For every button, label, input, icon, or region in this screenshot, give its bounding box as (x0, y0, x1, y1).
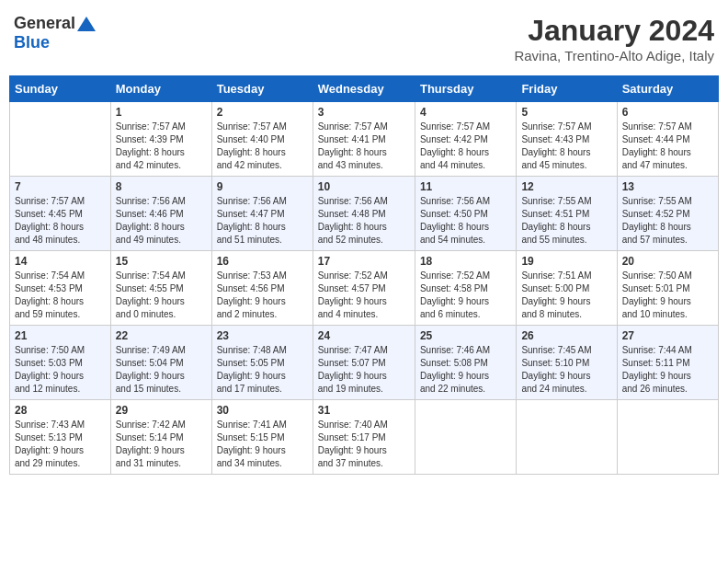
day-number: 12 (521, 180, 611, 193)
calendar-day-cell: 11Sunrise: 7:56 AMSunset: 4:50 PMDayligh… (415, 177, 516, 251)
day-number: 19 (521, 255, 611, 268)
day-number: 18 (420, 255, 511, 268)
day-info: Sunrise: 7:53 AMSunset: 4:56 PMDaylight:… (217, 270, 308, 321)
calendar-day-cell: 20Sunrise: 7:50 AMSunset: 5:01 PMDayligh… (617, 251, 718, 326)
weekday-header-wednesday: Wednesday (313, 76, 415, 102)
day-info: Sunrise: 7:50 AMSunset: 5:03 PMDaylight:… (15, 344, 106, 396)
day-info: Sunrise: 7:57 AMSunset: 4:42 PMDaylight:… (420, 121, 511, 172)
location-subtitle: Ravina, Trentino-Alto Adige, Italy (514, 48, 714, 63)
calendar-day-cell: 5Sunrise: 7:57 AMSunset: 4:43 PMDaylight… (517, 102, 617, 177)
weekday-header-tuesday: Tuesday (211, 76, 313, 102)
calendar-day-cell: 31Sunrise: 7:40 AMSunset: 5:17 PMDayligh… (313, 400, 415, 475)
day-number: 27 (622, 329, 713, 342)
empty-calendar-cell (415, 400, 516, 475)
calendar-day-cell: 16Sunrise: 7:53 AMSunset: 4:56 PMDayligh… (211, 251, 313, 326)
calendar-day-cell: 14Sunrise: 7:54 AMSunset: 4:53 PMDayligh… (10, 251, 111, 326)
calendar-day-cell: 30Sunrise: 7:41 AMSunset: 5:15 PMDayligh… (211, 400, 313, 475)
weekday-header-saturday: Saturday (617, 76, 718, 102)
calendar-week-row: 7Sunrise: 7:57 AMSunset: 4:45 PMDaylight… (10, 177, 719, 251)
weekday-header-monday: Monday (110, 76, 211, 102)
day-info: Sunrise: 7:47 AMSunset: 5:07 PMDaylight:… (318, 344, 410, 396)
day-info: Sunrise: 7:56 AMSunset: 4:50 PMDaylight:… (420, 195, 511, 247)
day-number: 13 (622, 180, 713, 193)
day-info: Sunrise: 7:40 AMSunset: 5:17 PMDaylight:… (318, 419, 410, 470)
calendar-day-cell: 17Sunrise: 7:52 AMSunset: 4:57 PMDayligh… (313, 251, 415, 326)
day-number: 4 (420, 106, 511, 119)
calendar-day-cell: 8Sunrise: 7:56 AMSunset: 4:46 PMDaylight… (110, 177, 211, 251)
day-info: Sunrise: 7:52 AMSunset: 4:58 PMDaylight:… (420, 270, 511, 321)
day-number: 25 (420, 329, 511, 342)
calendar-day-cell: 27Sunrise: 7:44 AMSunset: 5:11 PMDayligh… (617, 326, 718, 400)
calendar-day-cell: 24Sunrise: 7:47 AMSunset: 5:07 PMDayligh… (313, 326, 415, 400)
day-number: 21 (15, 329, 106, 342)
day-number: 22 (116, 329, 207, 342)
weekday-header-sunday: Sunday (10, 76, 111, 102)
calendar-day-cell: 15Sunrise: 7:54 AMSunset: 4:55 PMDayligh… (110, 251, 211, 326)
day-number: 7 (15, 180, 106, 193)
day-number: 15 (116, 255, 207, 268)
day-number: 20 (622, 255, 713, 268)
calendar-day-cell: 10Sunrise: 7:56 AMSunset: 4:48 PMDayligh… (313, 177, 415, 251)
day-number: 28 (15, 404, 106, 417)
logo: General Blue (14, 14, 96, 52)
day-info: Sunrise: 7:57 AMSunset: 4:43 PMDaylight:… (521, 121, 611, 172)
calendar-day-cell: 6Sunrise: 7:57 AMSunset: 4:44 PMDaylight… (617, 102, 718, 177)
day-info: Sunrise: 7:54 AMSunset: 4:53 PMDaylight:… (15, 270, 106, 321)
empty-calendar-cell (517, 400, 617, 475)
day-number: 6 (622, 106, 713, 119)
day-info: Sunrise: 7:54 AMSunset: 4:55 PMDaylight:… (116, 270, 207, 321)
calendar-week-row: 14Sunrise: 7:54 AMSunset: 4:53 PMDayligh… (10, 251, 719, 326)
calendar-day-cell: 12Sunrise: 7:55 AMSunset: 4:51 PMDayligh… (517, 177, 617, 251)
calendar-day-cell: 3Sunrise: 7:57 AMSunset: 4:41 PMDaylight… (313, 102, 415, 177)
calendar-day-cell: 29Sunrise: 7:42 AMSunset: 5:14 PMDayligh… (110, 400, 211, 475)
day-info: Sunrise: 7:45 AMSunset: 5:10 PMDaylight:… (521, 344, 611, 396)
calendar-day-cell: 26Sunrise: 7:45 AMSunset: 5:10 PMDayligh… (517, 326, 617, 400)
title-block: January 2024 Ravina, Trentino-Alto Adige… (514, 14, 714, 63)
logo-icon (77, 15, 96, 33)
day-number: 2 (217, 106, 308, 119)
calendar-day-cell: 22Sunrise: 7:49 AMSunset: 5:04 PMDayligh… (110, 326, 211, 400)
day-info: Sunrise: 7:55 AMSunset: 4:52 PMDaylight:… (622, 195, 713, 247)
empty-calendar-cell (10, 102, 111, 177)
day-info: Sunrise: 7:55 AMSunset: 4:51 PMDaylight:… (521, 195, 611, 247)
calendar-day-cell: 23Sunrise: 7:48 AMSunset: 5:05 PMDayligh… (211, 326, 313, 400)
day-number: 10 (318, 180, 410, 193)
day-info: Sunrise: 7:44 AMSunset: 5:11 PMDaylight:… (622, 344, 713, 396)
day-info: Sunrise: 7:49 AMSunset: 5:04 PMDaylight:… (116, 344, 207, 396)
day-info: Sunrise: 7:57 AMSunset: 4:40 PMDaylight:… (217, 121, 308, 172)
day-info: Sunrise: 7:41 AMSunset: 5:15 PMDaylight:… (217, 419, 308, 470)
empty-calendar-cell (617, 400, 718, 475)
day-info: Sunrise: 7:56 AMSunset: 4:46 PMDaylight:… (116, 195, 207, 247)
day-number: 29 (116, 404, 207, 417)
weekday-header-row: SundayMondayTuesdayWednesdayThursdayFrid… (10, 76, 719, 102)
calendar-day-cell: 9Sunrise: 7:56 AMSunset: 4:47 PMDaylight… (211, 177, 313, 251)
calendar-day-cell: 13Sunrise: 7:55 AMSunset: 4:52 PMDayligh… (617, 177, 718, 251)
day-info: Sunrise: 7:57 AMSunset: 4:41 PMDaylight:… (318, 121, 410, 172)
calendar-day-cell: 7Sunrise: 7:57 AMSunset: 4:45 PMDaylight… (10, 177, 111, 251)
day-number: 5 (521, 106, 611, 119)
day-info: Sunrise: 7:50 AMSunset: 5:01 PMDaylight:… (622, 270, 713, 321)
day-number: 30 (217, 404, 308, 417)
calendar-day-cell: 2Sunrise: 7:57 AMSunset: 4:40 PMDaylight… (211, 102, 313, 177)
calendar-day-cell: 1Sunrise: 7:57 AMSunset: 4:39 PMDaylight… (110, 102, 211, 177)
day-number: 24 (318, 329, 410, 342)
day-info: Sunrise: 7:46 AMSunset: 5:08 PMDaylight:… (420, 344, 511, 396)
calendar-table: SundayMondayTuesdayWednesdayThursdayFrid… (9, 75, 719, 475)
calendar-day-cell: 18Sunrise: 7:52 AMSunset: 4:58 PMDayligh… (415, 251, 516, 326)
day-info: Sunrise: 7:57 AMSunset: 4:39 PMDaylight:… (116, 121, 207, 172)
day-number: 3 (318, 106, 410, 119)
calendar-week-row: 28Sunrise: 7:43 AMSunset: 5:13 PMDayligh… (10, 400, 719, 475)
day-number: 9 (217, 180, 308, 193)
day-info: Sunrise: 7:51 AMSunset: 5:00 PMDaylight:… (521, 270, 611, 321)
logo-blue: Blue (14, 33, 50, 52)
day-number: 23 (217, 329, 308, 342)
day-number: 14 (15, 255, 106, 268)
day-number: 26 (521, 329, 611, 342)
svg-marker-0 (77, 17, 96, 31)
day-number: 11 (420, 180, 511, 193)
day-info: Sunrise: 7:42 AMSunset: 5:14 PMDaylight:… (116, 419, 207, 470)
weekday-header-thursday: Thursday (415, 76, 516, 102)
month-year-title: January 2024 (514, 14, 714, 48)
calendar-day-cell: 4Sunrise: 7:57 AMSunset: 4:42 PMDaylight… (415, 102, 516, 177)
weekday-header-friday: Friday (517, 76, 617, 102)
